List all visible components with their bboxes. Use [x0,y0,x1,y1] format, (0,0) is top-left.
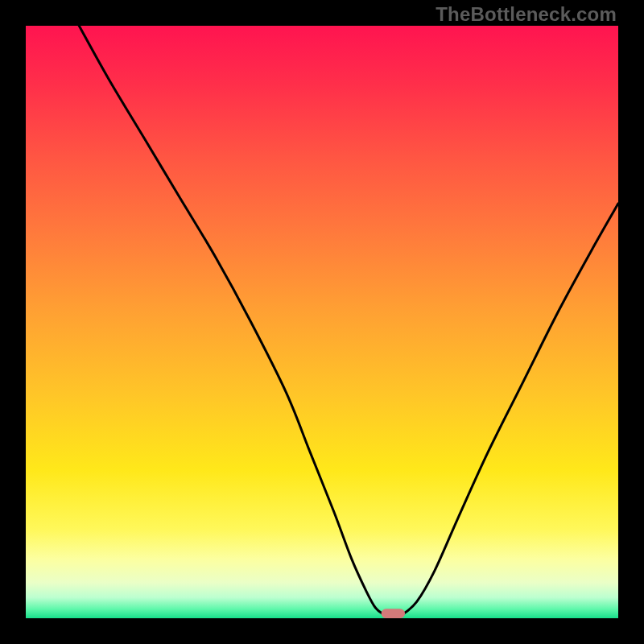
target-marker [382,609,405,618]
watermark-text: TheBottleneck.com [436,3,617,26]
plot-area [26,26,618,618]
chart-frame: TheBottleneck.com [0,0,644,644]
gradient-background [26,26,618,618]
chart-canvas [26,26,618,618]
